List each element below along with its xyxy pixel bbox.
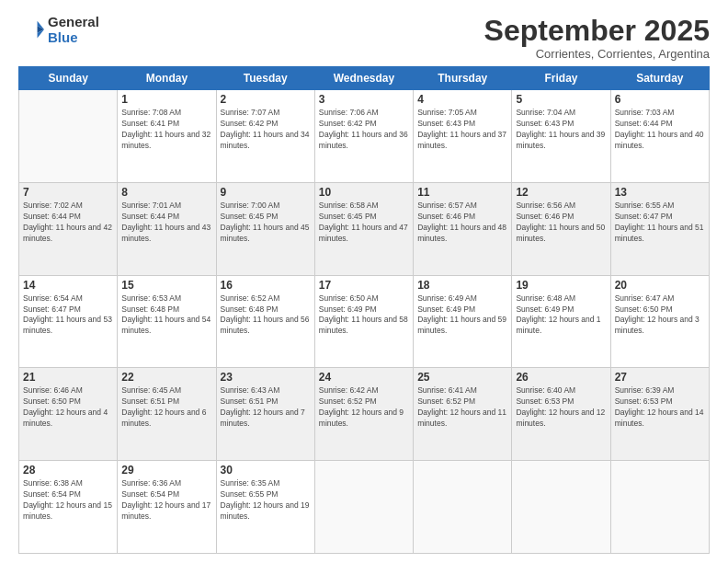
calendar-cell: 9Sunrise: 7:00 AM Sunset: 6:45 PM Daylig… bbox=[216, 182, 314, 275]
day-number: 8 bbox=[121, 186, 211, 199]
day-info: Sunrise: 6:50 AM Sunset: 6:49 PM Dayligh… bbox=[319, 293, 409, 338]
day-number: 27 bbox=[615, 371, 705, 384]
day-info: Sunrise: 6:55 AM Sunset: 6:47 PM Dayligh… bbox=[615, 201, 705, 245]
calendar-cell: 1Sunrise: 7:08 AM Sunset: 6:41 PM Daylig… bbox=[118, 90, 216, 183]
calendar-cell: 3Sunrise: 7:06 AM Sunset: 6:42 PM Daylig… bbox=[314, 90, 413, 183]
day-info: Sunrise: 6:52 AM Sunset: 6:48 PM Dayligh… bbox=[221, 293, 311, 338]
calendar-cell: 26Sunrise: 6:40 AM Sunset: 6:53 PM Dayli… bbox=[512, 368, 610, 461]
day-info: Sunrise: 6:39 AM Sunset: 6:53 PM Dayligh… bbox=[615, 385, 705, 430]
week-row-1: 1Sunrise: 7:08 AM Sunset: 6:41 PM Daylig… bbox=[19, 90, 710, 183]
logo-blue: Blue bbox=[48, 30, 99, 46]
day-number: 7 bbox=[23, 186, 113, 199]
calendar-cell: 30Sunrise: 6:35 AM Sunset: 6:55 PM Dayli… bbox=[216, 461, 314, 554]
calendar-cell: 17Sunrise: 6:50 AM Sunset: 6:49 PM Dayli… bbox=[314, 275, 413, 368]
day-number: 13 bbox=[615, 186, 705, 199]
day-info: Sunrise: 6:47 AM Sunset: 6:50 PM Dayligh… bbox=[615, 293, 705, 338]
day-header-monday: Monday bbox=[118, 67, 216, 90]
day-number: 9 bbox=[221, 186, 311, 199]
logo-text: General Blue bbox=[48, 15, 99, 45]
day-number: 14 bbox=[23, 279, 113, 292]
calendar-cell: 5Sunrise: 7:04 AM Sunset: 6:43 PM Daylig… bbox=[512, 90, 610, 183]
calendar-cell: 12Sunrise: 6:56 AM Sunset: 6:46 PM Dayli… bbox=[512, 182, 610, 275]
week-row-2: 7Sunrise: 7:02 AM Sunset: 6:44 PM Daylig… bbox=[19, 182, 710, 275]
day-info: Sunrise: 7:01 AM Sunset: 6:44 PM Dayligh… bbox=[121, 201, 211, 245]
day-number: 3 bbox=[319, 93, 409, 106]
header: General Blue September 2025 Corrientes, … bbox=[18, 15, 710, 61]
day-number: 5 bbox=[516, 93, 606, 106]
calendar-cell: 15Sunrise: 6:53 AM Sunset: 6:48 PM Dayli… bbox=[118, 275, 216, 368]
calendar-cell: 24Sunrise: 6:42 AM Sunset: 6:52 PM Dayli… bbox=[314, 368, 413, 461]
calendar-cell: 28Sunrise: 6:38 AM Sunset: 6:54 PM Dayli… bbox=[19, 461, 118, 554]
day-number: 30 bbox=[221, 464, 311, 477]
day-info: Sunrise: 6:54 AM Sunset: 6:47 PM Dayligh… bbox=[23, 293, 113, 338]
day-info: Sunrise: 7:04 AM Sunset: 6:43 PM Dayligh… bbox=[516, 108, 606, 152]
day-header-tuesday: Tuesday bbox=[216, 67, 314, 90]
day-number: 24 bbox=[319, 371, 409, 384]
location-subtitle: Corrientes, Corrientes, Argentina bbox=[484, 47, 710, 61]
logo-general: General bbox=[48, 15, 99, 30]
day-info: Sunrise: 7:07 AM Sunset: 6:42 PM Dayligh… bbox=[221, 108, 311, 152]
calendar-cell: 7Sunrise: 7:02 AM Sunset: 6:44 PM Daylig… bbox=[19, 182, 118, 275]
day-info: Sunrise: 7:00 AM Sunset: 6:45 PM Dayligh… bbox=[221, 201, 311, 245]
calendar-cell bbox=[314, 461, 413, 554]
day-number: 11 bbox=[417, 186, 507, 199]
calendar-cell bbox=[19, 90, 118, 183]
day-info: Sunrise: 7:05 AM Sunset: 6:43 PM Dayligh… bbox=[417, 108, 507, 152]
calendar-cell: 16Sunrise: 6:52 AM Sunset: 6:48 PM Dayli… bbox=[216, 275, 314, 368]
day-info: Sunrise: 6:46 AM Sunset: 6:50 PM Dayligh… bbox=[23, 385, 113, 430]
day-info: Sunrise: 6:53 AM Sunset: 6:48 PM Dayligh… bbox=[121, 293, 211, 338]
calendar-cell: 22Sunrise: 6:45 AM Sunset: 6:51 PM Dayli… bbox=[118, 368, 216, 461]
calendar-cell: 27Sunrise: 6:39 AM Sunset: 6:53 PM Dayli… bbox=[610, 368, 709, 461]
day-info: Sunrise: 6:42 AM Sunset: 6:52 PM Dayligh… bbox=[319, 385, 409, 430]
day-number: 12 bbox=[516, 186, 606, 199]
day-number: 21 bbox=[23, 371, 113, 384]
calendar-cell: 13Sunrise: 6:55 AM Sunset: 6:47 PM Dayli… bbox=[610, 182, 709, 275]
logo-icon bbox=[18, 17, 44, 43]
day-info: Sunrise: 6:40 AM Sunset: 6:53 PM Dayligh… bbox=[516, 385, 606, 430]
day-header-wednesday: Wednesday bbox=[314, 67, 413, 90]
day-info: Sunrise: 6:36 AM Sunset: 6:54 PM Dayligh… bbox=[121, 478, 211, 523]
calendar-cell: 20Sunrise: 6:47 AM Sunset: 6:50 PM Dayli… bbox=[610, 275, 709, 368]
day-info: Sunrise: 6:35 AM Sunset: 6:55 PM Dayligh… bbox=[221, 478, 311, 523]
calendar-cell: 8Sunrise: 7:01 AM Sunset: 6:44 PM Daylig… bbox=[118, 182, 216, 275]
day-info: Sunrise: 6:41 AM Sunset: 6:52 PM Dayligh… bbox=[417, 385, 507, 430]
day-header-thursday: Thursday bbox=[414, 67, 512, 90]
day-number: 26 bbox=[516, 371, 606, 384]
calendar-cell: 18Sunrise: 6:49 AM Sunset: 6:49 PM Dayli… bbox=[414, 275, 512, 368]
day-number: 28 bbox=[23, 464, 113, 477]
day-number: 1 bbox=[121, 93, 211, 106]
week-row-5: 28Sunrise: 6:38 AM Sunset: 6:54 PM Dayli… bbox=[19, 461, 710, 554]
day-info: Sunrise: 6:45 AM Sunset: 6:51 PM Dayligh… bbox=[121, 385, 211, 430]
week-row-3: 14Sunrise: 6:54 AM Sunset: 6:47 PM Dayli… bbox=[19, 275, 710, 368]
day-number: 17 bbox=[319, 279, 409, 292]
day-info: Sunrise: 6:56 AM Sunset: 6:46 PM Dayligh… bbox=[516, 201, 606, 245]
week-row-4: 21Sunrise: 6:46 AM Sunset: 6:50 PM Dayli… bbox=[19, 368, 710, 461]
calendar-cell bbox=[610, 461, 709, 554]
day-info: Sunrise: 6:38 AM Sunset: 6:54 PM Dayligh… bbox=[23, 478, 113, 523]
calendar-table: SundayMondayTuesdayWednesdayThursdayFrid… bbox=[18, 66, 710, 554]
day-number: 22 bbox=[121, 371, 211, 384]
day-number: 25 bbox=[417, 371, 507, 384]
calendar-cell bbox=[512, 461, 610, 554]
day-number: 15 bbox=[121, 279, 211, 292]
day-number: 6 bbox=[615, 93, 705, 106]
day-info: Sunrise: 6:49 AM Sunset: 6:49 PM Dayligh… bbox=[417, 293, 507, 338]
title-block: September 2025 Corrientes, Corrientes, A… bbox=[484, 15, 710, 61]
day-info: Sunrise: 7:08 AM Sunset: 6:41 PM Dayligh… bbox=[121, 108, 211, 152]
day-number: 16 bbox=[221, 279, 311, 292]
day-number: 23 bbox=[221, 371, 311, 384]
calendar-header-row: SundayMondayTuesdayWednesdayThursdayFrid… bbox=[19, 67, 710, 90]
calendar-cell bbox=[414, 461, 512, 554]
day-number: 19 bbox=[516, 279, 606, 292]
day-number: 10 bbox=[319, 186, 409, 199]
day-number: 20 bbox=[615, 279, 705, 292]
calendar-cell: 4Sunrise: 7:05 AM Sunset: 6:43 PM Daylig… bbox=[414, 90, 512, 183]
day-info: Sunrise: 7:03 AM Sunset: 6:44 PM Dayligh… bbox=[615, 108, 705, 152]
day-number: 18 bbox=[417, 279, 507, 292]
day-info: Sunrise: 6:43 AM Sunset: 6:51 PM Dayligh… bbox=[221, 385, 311, 430]
day-header-saturday: Saturday bbox=[610, 67, 709, 90]
calendar-cell: 10Sunrise: 6:58 AM Sunset: 6:45 PM Dayli… bbox=[314, 182, 413, 275]
logo: General Blue bbox=[18, 15, 99, 45]
day-info: Sunrise: 7:02 AM Sunset: 6:44 PM Dayligh… bbox=[23, 201, 113, 245]
calendar-cell: 2Sunrise: 7:07 AM Sunset: 6:42 PM Daylig… bbox=[216, 90, 314, 183]
